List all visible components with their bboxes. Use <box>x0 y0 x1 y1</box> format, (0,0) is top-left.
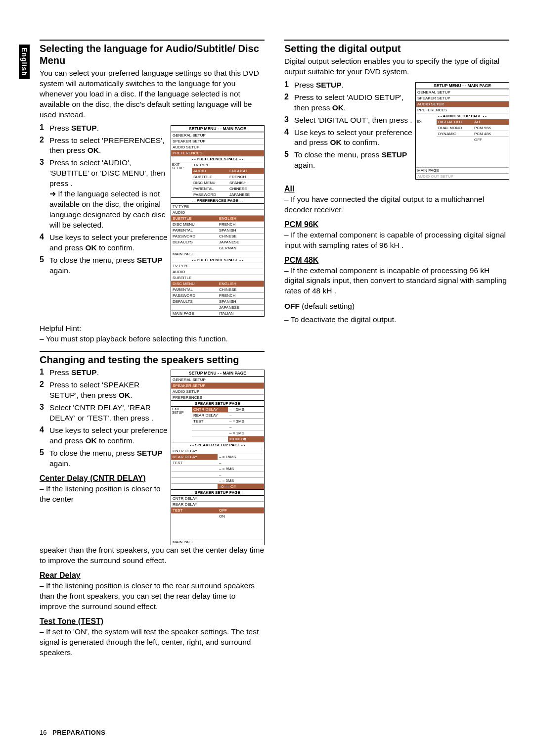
subheading: All <box>284 185 509 193</box>
section-heading: Changing and testing the speakers settin… <box>40 354 265 366</box>
helpful-hint: Helpful Hint: – You must stop playback b… <box>40 324 265 344</box>
section-heading: Selecting the language for Audio/Subtitl… <box>40 43 265 66</box>
subheading: Test Tone (TEST) <box>40 617 265 626</box>
step: Press SETUP. <box>49 368 99 378</box>
step: Select 'DIGITAL OUT', then press . <box>294 115 412 126</box>
subheading: Rear Delay <box>40 571 265 580</box>
paragraph: – To deactivate the digital output. <box>284 315 509 325</box>
section-heading: Setting the digital output <box>284 43 509 54</box>
step: Use keys to select your preference and p… <box>49 425 168 446</box>
step: Select 'CNTR DELAY', 'REAR DELAY' or 'TE… <box>49 403 168 424</box>
step: Press to select 'PREFERENCES', then pres… <box>49 136 168 156</box>
language-tab: English <box>19 45 30 79</box>
paragraph: – If set to 'ON', the system will test t… <box>40 627 265 658</box>
setup-menu-main: SETUP MENU - - MAIN PAGE GENERAL SETUP S… <box>171 125 265 317</box>
paragraph: – If the external component is capable o… <box>284 230 509 251</box>
section-intro: You can select your preferred language s… <box>40 68 265 120</box>
step: Use keys to select your preference and p… <box>294 128 412 148</box>
subheading: PCM 48K <box>284 256 509 265</box>
paragraph: – If the external component is incapable… <box>284 266 509 297</box>
step: To close the menu, press SETUP again. <box>294 150 412 171</box>
right-column: Setting the digital output Digital outpu… <box>284 40 509 661</box>
subheading: PCM 96K <box>284 220 509 229</box>
paragraph: – If the listening position is closer to… <box>40 484 168 505</box>
step: To close the menu, press SETUP again. <box>49 448 168 469</box>
step: Press SETUP. <box>294 80 344 91</box>
section-intro: Digital output selection enables you to … <box>284 56 509 77</box>
speaker-setup-menu: SETUP MENU - - MAIN PAGE GENERAL SETUP S… <box>171 370 265 545</box>
step: Press SETUP. <box>49 123 99 134</box>
step: Press to select 'AUDIO SETUP', then pres… <box>294 93 412 113</box>
paragraph: – If you have connected the digital outp… <box>284 194 509 215</box>
step: Press to select 'SPEAKER SETUP', then pr… <box>49 380 168 401</box>
step: Use keys to select your preference and p… <box>49 233 168 253</box>
step: Press to select 'AUDIO', 'SUBTITLE' or '… <box>49 158 168 230</box>
step: To close the menu, press SETUP again. <box>49 255 168 276</box>
audio-setup-menu: SETUP MENU - - MAIN PAGE GENERAL SETUP S… <box>415 82 509 180</box>
paragraph: OFF (default setting) <box>284 301 509 312</box>
page-footer: 16 PREPARATIONS <box>40 729 105 736</box>
paragraph: – If the listening position is closer to… <box>40 581 265 612</box>
paragraph: speaker than the front speakers, you can… <box>40 545 265 566</box>
left-column: Selecting the language for Audio/Subtitl… <box>40 40 265 661</box>
subheading: Center Delay (CNTR DELAY) <box>40 474 168 483</box>
